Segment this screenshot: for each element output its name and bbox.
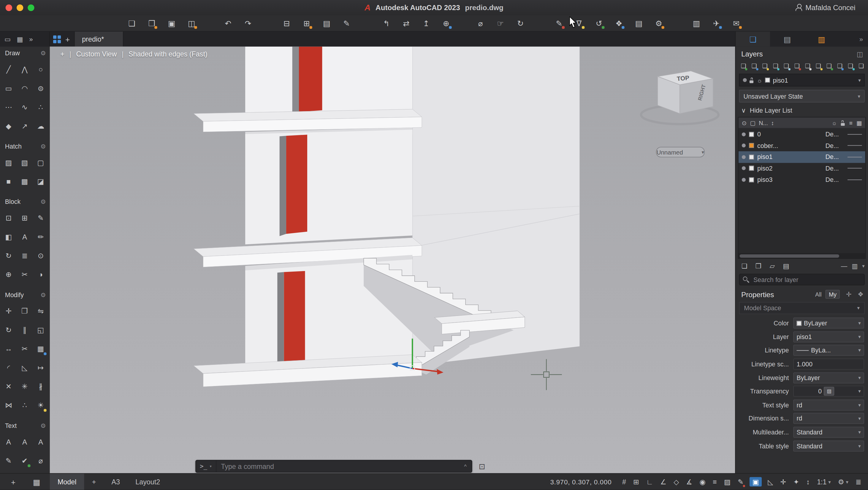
- filter-my-button[interactable]: My: [826, 290, 840, 299]
- visual-styles[interactable]: ❖: [612, 16, 626, 30]
- view-cube[interactable]: TOP RIGHT: [632, 61, 727, 133]
- tab-model[interactable]: Model: [50, 474, 84, 490]
- layer-row[interactable]: piso3 De...: [739, 174, 865, 185]
- divide[interactable]: ∴: [17, 396, 33, 414]
- tab-add-layout[interactable]: +: [84, 474, 104, 490]
- trim[interactable]: ✂: [17, 339, 33, 358]
- layer-name[interactable]: piso2: [757, 165, 789, 171]
- save-file[interactable]: ▣: [164, 16, 179, 30]
- annotative-text[interactable]: A: [33, 432, 49, 451]
- layer-states-manager[interactable]: ❏: [739, 261, 750, 271]
- array[interactable]: ▦: [33, 339, 49, 358]
- construction-line[interactable]: ⋯: [1, 97, 17, 116]
- start-tab-icon[interactable]: [53, 35, 61, 43]
- dynamic-ucs[interactable]: ◺ ▾: [767, 477, 774, 487]
- annotation-monitor[interactable]: ✎ ▾: [737, 477, 745, 487]
- point[interactable]: ∴: [33, 97, 49, 116]
- revision-cloud[interactable]: ☁: [33, 116, 49, 135]
- etransmit[interactable]: ⇄: [399, 16, 413, 30]
- property-control[interactable]: rd ▨ ▾: [793, 399, 864, 410]
- join[interactable]: ⋈: [1, 396, 17, 414]
- polar-tracking[interactable]: ∠ ▾: [659, 477, 667, 487]
- layer-name[interactable]: cober...: [757, 142, 789, 149]
- spline[interactable]: ∿: [17, 97, 33, 116]
- layer-color-swatch[interactable]: [749, 143, 754, 148]
- erase[interactable]: ✕: [1, 377, 17, 396]
- panel-overflow-icon[interactable]: »: [854, 31, 868, 46]
- email[interactable]: ✉: [729, 16, 743, 30]
- property-control[interactable]: rd ▨ ▾: [793, 413, 864, 424]
- clip-xref[interactable]: ✂: [17, 265, 33, 284]
- layer-row[interactable]: piso2 De...: [739, 163, 865, 174]
- layers-panel-tab[interactable]: ❏: [736, 31, 770, 46]
- save-as[interactable]: ◫: [184, 16, 198, 30]
- create-block[interactable]: ⊞: [17, 208, 33, 227]
- collapse-icon[interactable]: —: [841, 263, 847, 269]
- hide-layer-list-toggle[interactable]: ∨ Hide Layer List: [736, 103, 868, 117]
- cui[interactable]: ⚙: [652, 16, 666, 30]
- viewport-expand-control[interactable]: +: [60, 51, 64, 58]
- base-point[interactable]: ⊙: [33, 246, 49, 265]
- single-line-text[interactable]: A: [1, 432, 17, 451]
- object-snap[interactable]: ◉ ▾: [699, 477, 707, 487]
- ray[interactable]: ↗: [17, 116, 33, 135]
- xref-fade[interactable]: ◑: [33, 265, 49, 284]
- explode[interactable]: ✳: [17, 377, 33, 396]
- scale[interactable]: ◱: [33, 320, 49, 339]
- find-replace[interactable]: ⌀: [33, 451, 49, 470]
- polyline[interactable]: ⋀: [17, 60, 33, 79]
- break[interactable]: ∦: [33, 377, 49, 396]
- ellipse[interactable]: ⊜: [33, 79, 49, 97]
- layer-row[interactable]: cober... De...: [739, 140, 865, 151]
- model-viewport[interactable]: + | Custom View | Shaded with edges (Fas…: [50, 47, 735, 474]
- add-sheet[interactable]: +: [6, 475, 21, 489]
- workspace-switching[interactable]: ⚙ ▾: [837, 477, 849, 487]
- property-control[interactable]: 1.000 ▨ ▾: [793, 359, 864, 370]
- copy-to-layer[interactable]: ❏: [845, 61, 856, 71]
- columns-icon[interactable]: ▥: [852, 262, 858, 270]
- new-drawing-button[interactable]: +: [65, 35, 70, 44]
- view-control[interactable]: Custom View: [76, 51, 117, 58]
- layer-color-swatch[interactable]: [749, 154, 754, 160]
- layer-settings[interactable]: ▤: [780, 261, 792, 271]
- undo[interactable]: ↶: [221, 16, 235, 30]
- layer-color-swatch[interactable]: [749, 177, 754, 182]
- lineweight-display[interactable]: ≡ ▾: [712, 478, 718, 486]
- stretch[interactable]: ↔: [1, 339, 17, 358]
- transparency-pattern-button[interactable]: ▨: [824, 387, 834, 396]
- match-layer[interactable]: ❏: [739, 61, 749, 71]
- document-tab-active[interactable]: predio*: [74, 31, 123, 46]
- tab-layout2[interactable]: Layout2: [128, 474, 168, 490]
- move[interactable]: ✛: [1, 301, 17, 320]
- block-editor[interactable]: ✎: [33, 208, 49, 227]
- layer-name[interactable]: 0: [757, 131, 789, 138]
- layer-search[interactable]: [739, 274, 865, 285]
- page-setup[interactable]: ▤: [319, 16, 334, 30]
- write-block[interactable]: ◧: [1, 227, 17, 246]
- named-view-dropdown[interactable]: Unnamed ▾: [656, 147, 705, 157]
- ortho-mode[interactable]: ∟ ▾: [645, 478, 654, 486]
- share[interactable]: ✈: [709, 16, 723, 30]
- make-current[interactable]: ❏: [835, 61, 845, 71]
- horizontal-scrollbar[interactable]: [739, 253, 865, 258]
- pickadd-toggle-icon[interactable]: ✛: [846, 290, 852, 298]
- snap-mode[interactable]: ⊞ ▾: [632, 477, 640, 487]
- open-file[interactable]: ❒: [145, 16, 159, 30]
- plot-preview[interactable]: ⊞: [300, 16, 314, 30]
- polygon[interactable]: ◆: [1, 116, 17, 135]
- new-file[interactable]: ❏: [125, 16, 139, 30]
- property-control[interactable]: piso1 ▨ ▾: [793, 331, 864, 342]
- gear-icon[interactable]: ⚙: [40, 422, 46, 429]
- panel-dock-icon[interactable]: ◫: [857, 50, 863, 58]
- offset[interactable]: ∥: [17, 320, 33, 339]
- plot-style[interactable]: ✎: [339, 16, 353, 30]
- multiline-text[interactable]: A: [17, 432, 33, 451]
- layer-on[interactable]: ❏: [803, 61, 813, 71]
- dynamic-input[interactable]: ✛ ▾: [779, 477, 787, 487]
- solid-fill[interactable]: ■: [1, 172, 17, 191]
- gear-icon[interactable]: ⚙: [40, 143, 46, 150]
- layer-color-swatch[interactable]: [749, 132, 754, 137]
- define-attribute[interactable]: A: [17, 227, 33, 246]
- tool-palettes-panel-tab[interactable]: ▥: [804, 31, 839, 46]
- layer-search-input[interactable]: [752, 276, 861, 284]
